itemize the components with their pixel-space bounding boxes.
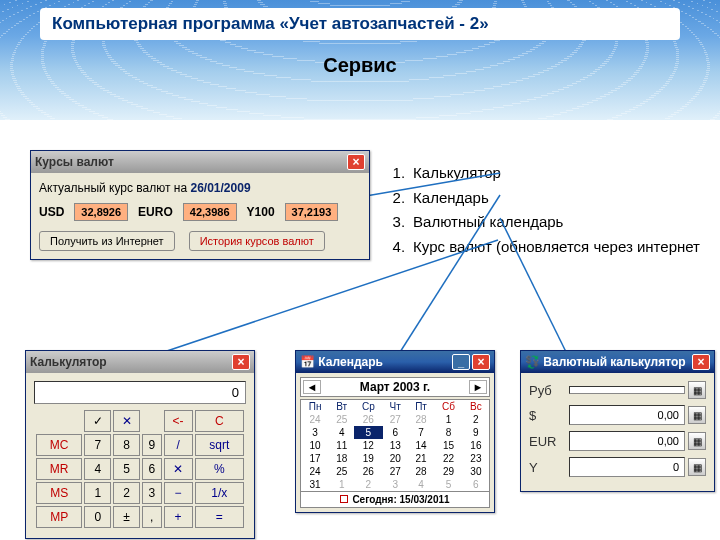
calc-key[interactable]: ✕: [113, 410, 140, 432]
calc-key[interactable]: 3: [142, 482, 161, 504]
calendar-day[interactable]: 2: [463, 413, 489, 426]
calendar-day[interactable]: 20: [383, 452, 408, 465]
calendar-day[interactable]: 19: [354, 452, 382, 465]
calendar-day[interactable]: 3: [383, 478, 408, 491]
calculator-icon[interactable]: ▦: [688, 381, 706, 399]
calendar-day[interactable]: 1: [434, 413, 463, 426]
calculator-window: Калькулятор × 0 ✓✕<-CMC789/sqrtMR456✕%MS…: [25, 350, 255, 539]
calendar-day[interactable]: 9: [463, 426, 489, 439]
calc-key[interactable]: 2: [113, 482, 140, 504]
calculator-icon[interactable]: ▦: [688, 458, 706, 476]
calc-key[interactable]: C: [195, 410, 244, 432]
calendar-day[interactable]: 4: [329, 426, 354, 439]
calendar-day[interactable]: 22: [434, 452, 463, 465]
calendar-day[interactable]: 11: [329, 439, 354, 452]
calc-key[interactable]: +: [164, 506, 193, 528]
calendar-day[interactable]: 4: [408, 478, 434, 491]
calc-key[interactable]: 8: [113, 434, 140, 456]
calc-key[interactable]: ±: [113, 506, 140, 528]
calendar-day[interactable]: 16: [463, 439, 489, 452]
rates-history-button[interactable]: История курсов валют: [189, 231, 325, 251]
currency-label: $: [529, 408, 569, 423]
calendar-day[interactable]: 5: [354, 426, 382, 439]
rates-date: 26/01/2009: [191, 181, 251, 195]
calendar-day[interactable]: 21: [408, 452, 434, 465]
calculator-icon[interactable]: ▦: [688, 432, 706, 450]
calendar-day[interactable]: 27: [383, 465, 408, 478]
prev-month-button[interactable]: ◄: [303, 380, 321, 394]
minimize-icon[interactable]: _: [452, 354, 470, 370]
calc-key[interactable]: 4: [84, 458, 111, 480]
usd-label: USD: [39, 205, 64, 219]
calendar-day[interactable]: 10: [301, 439, 329, 452]
calc-key[interactable]: /: [164, 434, 193, 456]
calc-key[interactable]: −: [164, 482, 193, 504]
calc-key[interactable]: ,: [142, 506, 161, 528]
calendar-day[interactable]: 1: [329, 478, 354, 491]
calc-key[interactable]: 9: [142, 434, 161, 456]
calendar-day[interactable]: 5: [434, 478, 463, 491]
next-month-button[interactable]: ►: [469, 380, 487, 394]
calendar-day[interactable]: 6: [463, 478, 489, 491]
calc-key[interactable]: MS: [36, 482, 82, 504]
calculator-icon[interactable]: ▦: [688, 406, 706, 424]
close-icon[interactable]: ×: [692, 354, 710, 370]
calc-key[interactable]: %: [195, 458, 244, 480]
calc-key[interactable]: 0: [84, 506, 111, 528]
calc-key[interactable]: MR: [36, 458, 82, 480]
calc-key[interactable]: <-: [164, 410, 193, 432]
window-title: Калькулятор: [30, 355, 107, 369]
calc-key[interactable]: 1/x: [195, 482, 244, 504]
calendar-day[interactable]: 13: [383, 439, 408, 452]
calendar-day[interactable]: 6: [383, 426, 408, 439]
calendar-day[interactable]: 28: [408, 465, 434, 478]
calc-key[interactable]: MC: [36, 434, 82, 456]
feature-list: 1.Калькулятор2.Календарь3.Валютный кален…: [391, 160, 702, 260]
calc-key[interactable]: ✕: [164, 458, 193, 480]
window-title: Календарь: [318, 355, 383, 369]
fetch-internet-button[interactable]: Получить из Интернет: [39, 231, 175, 251]
calendar-day[interactable]: 27: [383, 413, 408, 426]
calc-key[interactable]: sqrt: [195, 434, 244, 456]
today-row[interactable]: Сегодня: 15/03/2011: [301, 491, 489, 507]
calendar-day[interactable]: 26: [354, 465, 382, 478]
calendar-day[interactable]: 2: [354, 478, 382, 491]
calc-key[interactable]: =: [195, 506, 244, 528]
calc-key[interactable]: 5: [113, 458, 140, 480]
calendar-day[interactable]: 23: [463, 452, 489, 465]
calc-key[interactable]: 7: [84, 434, 111, 456]
currency-input[interactable]: 0,00: [569, 431, 685, 451]
calc-key[interactable]: ✓: [84, 410, 111, 432]
currency-calculator-window: 💱 Валютный калькулятор × Руб ▦$ 0,00 ▦EU…: [520, 350, 715, 492]
month-label: Март 2003 г.: [321, 380, 469, 394]
calendar-day[interactable]: 24: [301, 413, 329, 426]
calendar-day[interactable]: 25: [329, 465, 354, 478]
calc-key[interactable]: 1: [84, 482, 111, 504]
euro-label: EURO: [138, 205, 173, 219]
currency-input[interactable]: [569, 386, 685, 394]
currency-input[interactable]: 0: [569, 457, 685, 477]
calendar-day[interactable]: 28: [408, 413, 434, 426]
calendar-day[interactable]: 17: [301, 452, 329, 465]
calendar-day[interactable]: 14: [408, 439, 434, 452]
close-icon[interactable]: ×: [347, 154, 365, 170]
close-icon[interactable]: ×: [232, 354, 250, 370]
calendar-day[interactable]: 8: [434, 426, 463, 439]
calendar-day[interactable]: 31: [301, 478, 329, 491]
calendar-day[interactable]: 30: [463, 465, 489, 478]
calendar-day[interactable]: 12: [354, 439, 382, 452]
page-subtitle: Сервис: [323, 54, 397, 77]
calc-key[interactable]: MP: [36, 506, 82, 528]
calendar-day[interactable]: 18: [329, 452, 354, 465]
currency-input[interactable]: 0,00: [569, 405, 685, 425]
calc-key[interactable]: 6: [142, 458, 161, 480]
calendar-day[interactable]: 7: [408, 426, 434, 439]
calendar-day[interactable]: 3: [301, 426, 329, 439]
calendar-day[interactable]: 29: [434, 465, 463, 478]
y100-label: Y100: [247, 205, 275, 219]
close-icon[interactable]: ×: [472, 354, 490, 370]
calendar-day[interactable]: 25: [329, 413, 354, 426]
calendar-day[interactable]: 15: [434, 439, 463, 452]
calendar-day[interactable]: 24: [301, 465, 329, 478]
calendar-day[interactable]: 26: [354, 413, 382, 426]
